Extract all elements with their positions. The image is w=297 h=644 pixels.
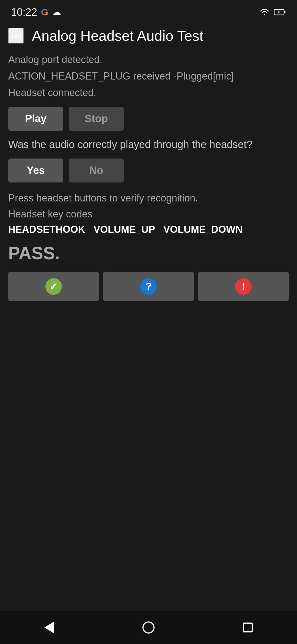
info-question-icon: ? xyxy=(140,278,157,295)
status-bar: 10:22 G ☁ xyxy=(0,0,297,22)
log-line-3: Headset connected. xyxy=(8,85,289,100)
toolbar: ← Analog Headset Audio Test xyxy=(0,22,297,50)
keycode-volume-down: VOLUME_DOWN xyxy=(163,224,243,235)
no-button[interactable]: No xyxy=(69,159,124,182)
battery-icon xyxy=(274,8,286,16)
page-title: Analog Headset Audio Test xyxy=(32,28,204,44)
back-button[interactable]: ← xyxy=(8,28,24,43)
fail-exclamation-icon: ! xyxy=(235,278,252,295)
play-stop-row: Play Stop xyxy=(8,107,289,131)
nav-recents-button[interactable] xyxy=(237,617,258,638)
nav-home-button[interactable] xyxy=(137,616,160,639)
nav-back-icon xyxy=(44,621,54,634)
cloud-icon: ☁ xyxy=(52,7,61,17)
svg-rect-1 xyxy=(284,11,285,13)
log-line-2: ACTION_HEADSET_PLUG received -Plugged[mi… xyxy=(8,69,289,84)
keycode-volume-up: VOLUME_UP xyxy=(94,224,155,235)
clock: 10:22 xyxy=(11,6,37,18)
nav-bar xyxy=(0,611,297,644)
pass-label: PASS. xyxy=(8,243,289,263)
main-content: Analog port detected. ACTION_HEADSET_PLU… xyxy=(0,50,297,318)
status-right xyxy=(259,8,286,17)
google-icon: G xyxy=(41,7,48,18)
yes-no-row: Yes No xyxy=(8,159,289,182)
yes-button[interactable]: Yes xyxy=(8,159,63,182)
pass-check-icon: ✔ xyxy=(45,278,62,295)
pass-action-button[interactable]: ✔ xyxy=(8,272,99,301)
play-button[interactable]: Play xyxy=(8,107,63,131)
log-line-1: Analog port detected. xyxy=(8,52,289,67)
keycode-headsethook: HEADSETHOOK xyxy=(8,224,85,235)
nav-home-icon xyxy=(142,621,155,634)
svg-marker-2 xyxy=(278,10,280,14)
info-line-1: Press headset buttons to verify recognit… xyxy=(8,191,289,206)
nav-recents-icon xyxy=(243,623,253,632)
status-left: 10:22 G ☁ xyxy=(11,6,61,18)
wifi-icon xyxy=(259,8,270,17)
keycodes-row: HEADSETHOOK VOLUME_UP VOLUME_DOWN xyxy=(8,224,289,235)
stop-button[interactable]: Stop xyxy=(69,107,124,131)
info-line-2: Headset key codes xyxy=(8,207,289,222)
fail-action-button[interactable]: ! xyxy=(198,272,289,301)
info-action-button[interactable]: ? xyxy=(103,272,194,301)
nav-back-button[interactable] xyxy=(39,616,60,639)
question-text: Was the audio correctly played through t… xyxy=(8,137,289,152)
action-buttons-row: ✔ ? ! xyxy=(8,272,289,301)
